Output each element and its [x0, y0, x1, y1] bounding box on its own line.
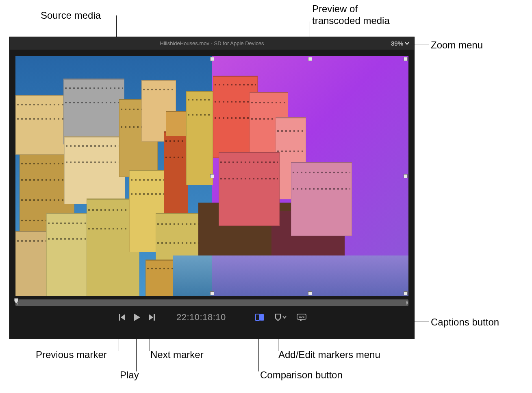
- crop-handle-bottom-left[interactable]: [210, 291, 214, 295]
- comparison-icon: [255, 314, 265, 321]
- timeline-scrubber[interactable]: [15, 299, 408, 306]
- titlebar: HillshideHouses.mov - SD for Apple Devic…: [10, 37, 414, 50]
- play-button[interactable]: [133, 313, 141, 321]
- svg-rect-2: [119, 314, 120, 321]
- marker-icon: [275, 314, 287, 321]
- skip-next-icon: [148, 314, 155, 321]
- callout-zoom-menu: Zoom menu: [431, 39, 483, 51]
- crop-handle-bottom-center[interactable]: [308, 291, 312, 295]
- playhead-icon[interactable]: [13, 298, 19, 304]
- callout-preview-transcoded: Preview of transcoded media: [312, 3, 390, 27]
- chevron-down-icon: [405, 42, 409, 45]
- add-edit-markers-menu[interactable]: [275, 314, 287, 321]
- skip-previous-icon: [119, 314, 126, 321]
- callout-source-media: Source media: [41, 10, 101, 22]
- crop-handle-top-center[interactable]: [308, 57, 312, 61]
- svg-rect-4: [256, 314, 259, 321]
- callout-prev-marker: Previous marker: [36, 349, 107, 361]
- comparison-button[interactable]: [255, 314, 265, 321]
- playback-controls: 22:10:18:10: [15, 309, 408, 325]
- crop-handle-right-center[interactable]: [404, 174, 408, 178]
- next-marker-button[interactable]: [148, 314, 155, 321]
- preview-viewport[interactable]: [15, 56, 408, 296]
- callout-add-edit-markers: Add/Edit markers menu: [278, 349, 380, 361]
- svg-rect-3: [154, 314, 155, 321]
- crop-handle-bottom-right[interactable]: [404, 291, 408, 295]
- leader-zoom: [413, 44, 429, 44]
- crop-handle-left-center[interactable]: [210, 174, 214, 178]
- play-icon: [133, 313, 141, 321]
- previous-marker-button[interactable]: [119, 314, 126, 321]
- svg-rect-1: [406, 301, 407, 305]
- timecode-display: 22:10:18:10: [176, 312, 226, 323]
- zoom-value: 39%: [391, 40, 403, 47]
- preview-window: HillshideHouses.mov - SD for Apple Devic…: [9, 37, 415, 339]
- captions-button[interactable]: [297, 314, 306, 321]
- crop-handle-top-left[interactable]: [210, 57, 214, 61]
- svg-rect-6: [297, 314, 306, 319]
- out-point-icon: [406, 299, 408, 306]
- window-title: HillshideHouses.mov - SD for Apple Devic…: [10, 40, 414, 46]
- svg-rect-5: [260, 314, 264, 321]
- callout-captions-button: Captions button: [431, 317, 499, 328]
- captions-icon: [297, 314, 306, 321]
- crop-handle-top-right[interactable]: [404, 57, 408, 61]
- callout-next-marker: Next marker: [150, 349, 204, 361]
- zoom-menu[interactable]: 39%: [391, 40, 409, 47]
- callout-comparison-button: Comparison button: [260, 369, 343, 381]
